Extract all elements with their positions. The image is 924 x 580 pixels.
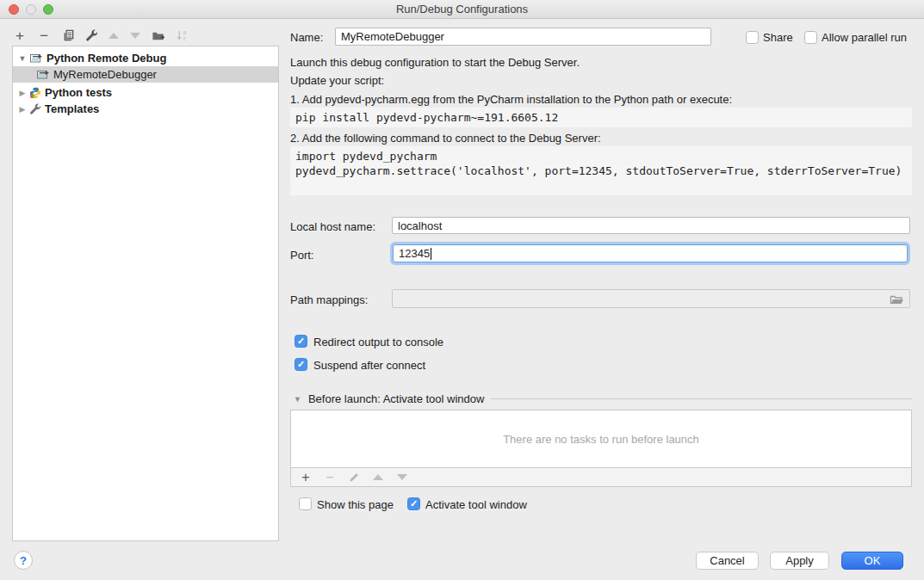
cancel-button[interactable]: Cancel [696, 552, 759, 570]
tree-item-label: Python tests [45, 86, 112, 99]
name-value: MyRemoteDebugger [341, 30, 444, 43]
port-input[interactable]: 12345 [393, 244, 908, 262]
local-host-input[interactable]: localhost [392, 217, 910, 234]
arrow-up-icon [109, 33, 119, 39]
python-tests-icon [29, 87, 41, 99]
copy-configuration-button[interactable] [59, 28, 77, 43]
settrace-code-line2: pydevd_pycharm.settrace('localhost', por… [295, 164, 902, 177]
redirect-output-checkbox[interactable]: ✓ [295, 335, 307, 348]
arrow-up-icon [373, 474, 383, 480]
redirect-output-label: Redirect output to console [313, 336, 443, 349]
remote-debug-icon [29, 52, 43, 65]
window-title: Run/Debug Configurations [0, 3, 924, 15]
settrace-code-line1: import pydevd_pycharm [295, 150, 437, 163]
before-launch-toolbar: + − [290, 467, 912, 487]
chevron-collapsed-icon[interactable]: ▶ [17, 105, 28, 114]
move-task-up-button[interactable] [370, 474, 386, 480]
header-rule [491, 398, 912, 399]
arrow-down-icon [130, 33, 140, 39]
local-host-label: Local host name: [290, 220, 375, 233]
move-down-button[interactable] [127, 28, 144, 43]
tree-item-myremotedebugger[interactable]: MyRemoteDebugger [13, 66, 278, 83]
instruction-intro: Launch this debug configuration to start… [290, 56, 580, 69]
instruction-step2: 2. Add the following command to connect … [290, 132, 601, 145]
pencil-icon [349, 472, 360, 483]
empty-task-message: There are no tasks to run before launch [503, 433, 699, 446]
plus-icon: + [16, 28, 24, 43]
share-checkbox[interactable]: ✓ [746, 31, 759, 44]
before-launch-title: Before launch: Activate tool window [308, 392, 485, 405]
settrace-code[interactable]: import pydevd_pycharm pydevd_pycharm.set… [290, 146, 912, 195]
before-launch-task-list[interactable]: There are no tasks to run before launch [290, 410, 912, 468]
text-caret [431, 248, 431, 260]
svg-text:a: a [183, 29, 186, 35]
path-mappings-label: Path mappings: [290, 293, 368, 306]
edit-templates-button[interactable] [83, 28, 100, 43]
port-label: Port: [290, 249, 313, 262]
tree-item-label: Templates [45, 102, 99, 115]
allow-parallel-run-checkbox[interactable]: ✓ [804, 31, 817, 44]
apply-button[interactable]: Apply [770, 552, 829, 570]
name-input[interactable]: MyRemoteDebugger [335, 28, 711, 46]
sort-configurations-button[interactable]: a z [173, 28, 190, 43]
instruction-update: Update your script: [290, 74, 384, 87]
browse-folder-icon[interactable] [890, 293, 904, 305]
create-folder-button[interactable] [150, 28, 167, 43]
chevron-collapsed-icon[interactable]: ▶ [17, 89, 28, 97]
chevron-expanded-icon[interactable]: ▼ [294, 395, 301, 404]
wrench-icon [29, 103, 41, 115]
remote-debug-icon [36, 68, 50, 81]
edit-task-button[interactable] [346, 472, 362, 483]
suspend-after-connect-checkbox[interactable]: ✓ [295, 358, 307, 371]
add-configuration-button[interactable]: + [11, 28, 28, 43]
path-mappings-input[interactable] [392, 289, 910, 308]
help-button[interactable]: ? [14, 551, 33, 570]
port-value: 12345 [399, 247, 430, 260]
tree-item-templates[interactable]: ▶ Templates [13, 101, 278, 117]
share-label: Share [763, 31, 793, 44]
ok-button[interactable]: OK [841, 552, 903, 570]
show-this-page-label: Show this page [317, 498, 394, 511]
name-label: Name: [290, 31, 323, 44]
svg-text:z: z [183, 35, 185, 41]
arrow-down-icon [397, 474, 407, 480]
instruction-step1: 1. Add pydevd-pycharm.egg from the PyCha… [290, 93, 732, 106]
chevron-expanded-icon[interactable]: ▼ [17, 54, 28, 63]
run-debug-configurations-dialog: Run/Debug Configurations + − a [0, 0, 924, 580]
plus-icon: + [301, 471, 309, 484]
move-up-button[interactable] [105, 28, 122, 43]
tree-item-label: MyRemoteDebugger [53, 68, 157, 81]
suspend-after-connect-label: Suspend after connect [313, 359, 425, 372]
move-task-down-button[interactable] [394, 474, 410, 480]
activate-tool-window-checkbox[interactable]: ✓ [407, 497, 420, 510]
copy-icon [62, 29, 75, 42]
minus-icon: − [40, 28, 48, 43]
sort-az-icon: a z [176, 29, 189, 42]
pip-install-code[interactable]: pip install pydevd-pycharm~=191.6605.12 [290, 108, 912, 127]
question-mark-icon: ? [20, 554, 27, 567]
titlebar: Run/Debug Configurations [0, 0, 924, 19]
tree-item-python-remote-debug[interactable]: ▼ Python Remote Debug [13, 50, 278, 66]
folder-plus-icon [152, 29, 165, 42]
minus-icon: − [326, 471, 333, 484]
configurations-tree: ▼ Python Remote Debug [12, 46, 279, 541]
remove-configuration-button[interactable]: − [35, 28, 53, 43]
remove-task-button[interactable]: − [322, 471, 338, 484]
tree-item-label: Python Remote Debug [47, 52, 166, 65]
show-this-page-checkbox[interactable]: ✓ [299, 497, 312, 510]
allow-parallel-run-label: Allow parallel run [822, 31, 907, 44]
activate-tool-window-label: Activate tool window [425, 498, 527, 511]
wrench-icon [85, 29, 98, 42]
before-launch-header[interactable]: ▼ Before launch: Activate tool window [290, 392, 912, 405]
add-task-button[interactable]: + [298, 471, 313, 484]
tree-item-python-tests[interactable]: ▶ Python tests [13, 84, 278, 101]
local-host-value: localhost [398, 219, 442, 232]
